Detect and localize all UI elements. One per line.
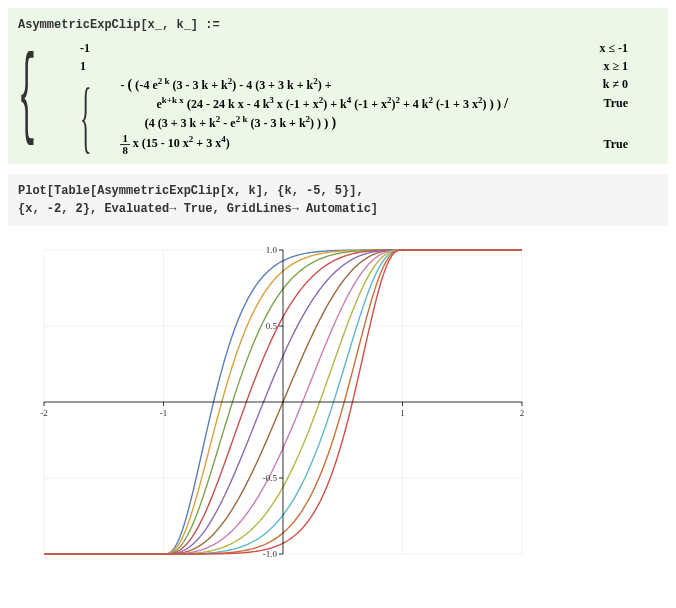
piecewise-inner: { - ( (-4 e2 k (3 - 3 k + k2) - 4 (3 + 3… bbox=[80, 76, 658, 156]
piece-cond-1: x ≥ 1 bbox=[603, 59, 658, 74]
definition-cell: AsymmetricExpClip[x_, k_] := { -1 x ≤ -1… bbox=[8, 8, 668, 164]
piece-cond-0: x ≤ -1 bbox=[599, 41, 658, 56]
inner-line1: - ( (-4 e2 k (3 - 3 k + k2) - 4 (3 + 3 k… bbox=[120, 76, 351, 93]
brace-outer: { bbox=[18, 40, 37, 156]
inner-outer-cond: True bbox=[604, 96, 658, 111]
plotcmd-line2: {x, -2, 2}, Evaluated→ True, GridLines→ … bbox=[18, 200, 658, 218]
plot-command-cell: Plot[Table[AsymmetricExpClip[x, k], {k, … bbox=[8, 174, 668, 226]
inner-last: 18 x (15 - 10 x2 + 3 x4) bbox=[120, 133, 249, 156]
inner-line2: ek+k x (24 - 24 k x - 4 k3 x (-1 + x2) +… bbox=[156, 95, 528, 112]
plotcmd-line1: Plot[Table[AsymmetricExpClip[x, k], {k, … bbox=[18, 182, 658, 200]
xtick-label: -1 bbox=[160, 408, 168, 418]
inner-cond2: True bbox=[604, 137, 658, 152]
brace-inner: { bbox=[80, 76, 92, 156]
inner-cond1: k ≠ 0 bbox=[603, 77, 658, 92]
xtick-label: 2 bbox=[520, 408, 525, 418]
ytick-label: 1.0 bbox=[266, 245, 278, 255]
plot-output: -2-112-1.0-0.50.51.0 bbox=[8, 236, 668, 572]
ytick-label: 0.5 bbox=[266, 321, 278, 331]
xtick-label: 1 bbox=[400, 408, 405, 418]
ytick-label: -0.5 bbox=[263, 473, 278, 483]
inner-line3: (4 (3 + 3 k + k2 - e2 k (3 - 3 k + k2) )… bbox=[144, 114, 356, 131]
plot-svg: -2-112-1.0-0.50.51.0 bbox=[12, 242, 532, 572]
piece-val-0: -1 bbox=[80, 41, 110, 56]
piecewise-outer: { -1 x ≤ -1 1 x ≥ 1 { - ( (-4 e2 k (3 - … bbox=[18, 40, 658, 156]
ytick-label: -1.0 bbox=[263, 549, 278, 559]
xtick-label: -2 bbox=[40, 408, 48, 418]
def-header: AsymmetricExpClip[x_, k_] := bbox=[18, 16, 658, 34]
